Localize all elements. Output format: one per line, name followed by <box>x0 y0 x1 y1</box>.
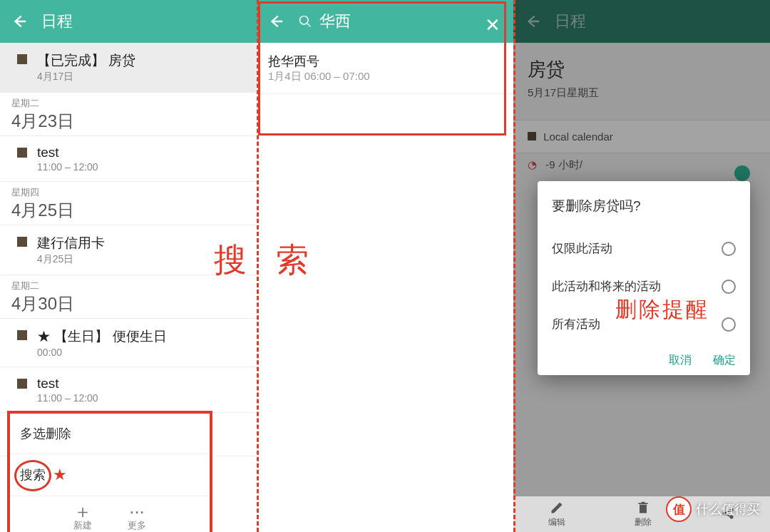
panel-agenda: 日程 【已完成】 房贷 4月17日 星期二 4月23日 test 11:00 –… <box>0 0 257 532</box>
day-header: 星期二 4月30日 <box>0 275 257 319</box>
radio-all[interactable]: 所有活动 <box>552 305 736 343</box>
panel-search: 华西 ✕ 抢华西号 1月4日 06:00 – 07:00 <box>257 0 513 532</box>
dots-icon: ··· <box>128 503 146 519</box>
calendar-color-square <box>17 54 27 64</box>
plus-icon: ＋ <box>73 503 92 519</box>
divider-dash <box>257 0 259 532</box>
new-button[interactable]: ＋新建 <box>73 503 92 532</box>
watermark-icon: 值 <box>666 496 692 522</box>
watermark: 值 什么值得买 <box>666 496 760 522</box>
calendar-color-square <box>17 379 27 389</box>
menu-footer: ＋新建 ···更多 <box>10 496 210 532</box>
app-bar-title: 日程 <box>41 11 73 32</box>
back-icon[interactable] <box>11 14 27 29</box>
day-header: 星期四 4月25日 <box>0 182 257 225</box>
event-item[interactable]: ★ 【生日】 便便生日 00:00 <box>0 319 257 367</box>
radio-icon <box>722 317 736 332</box>
more-button[interactable]: ···更多 <box>128 503 146 532</box>
menu-multi-delete[interactable]: 多选删除 <box>10 414 210 454</box>
delete-button[interactable]: 删除 <box>635 501 652 528</box>
dialog-title: 要删除房贷吗? <box>552 197 736 215</box>
edit-button[interactable]: 编辑 <box>548 501 565 528</box>
delete-dialog: 要删除房贷吗? 仅限此活动 此活动和将来的活动 所有活动 取消 确定 <box>538 181 750 375</box>
divider-dash <box>513 0 515 532</box>
day-header: 星期二 4月23日 <box>0 93 257 136</box>
overflow-menu: 多选删除 搜索 ★ ＋新建 ···更多 <box>7 411 212 532</box>
star-icon: ★ <box>53 466 67 484</box>
radio-this-and-future[interactable]: 此活动和将来的活动 <box>552 267 736 305</box>
dialog-actions: 取消 确定 <box>552 343 736 368</box>
calendar-color-square <box>17 330 27 340</box>
watermark-text: 什么值得买 <box>696 501 760 518</box>
calendar-color-square <box>17 148 27 158</box>
app-bar: 日程 <box>0 0 257 43</box>
cancel-button[interactable]: 取消 <box>669 353 692 368</box>
ok-button[interactable]: 确定 <box>713 353 736 368</box>
calendar-color-square <box>17 237 27 247</box>
radio-this-only[interactable]: 仅限此活动 <box>552 230 736 267</box>
trash-icon <box>636 501 650 515</box>
radio-icon <box>722 242 736 256</box>
event-item[interactable]: test 11:00 – 12:00 <box>0 136 257 182</box>
pencil-icon <box>550 501 564 515</box>
event-item[interactable]: test 11:00 – 12:00 <box>0 367 257 413</box>
annotation-box <box>258 1 506 135</box>
menu-search[interactable]: 搜索 ★ <box>10 454 210 496</box>
event-completed[interactable]: 【已完成】 房贷 4月17日 <box>0 43 257 93</box>
event-item[interactable]: 建行信用卡 4月25日 <box>0 225 257 275</box>
radio-icon <box>722 280 736 294</box>
annotation-circle <box>14 460 51 491</box>
panel-delete: 日程 房贷 5月17日星期五 Local calendar ◔ -9 小时/ 要… <box>513 0 770 532</box>
